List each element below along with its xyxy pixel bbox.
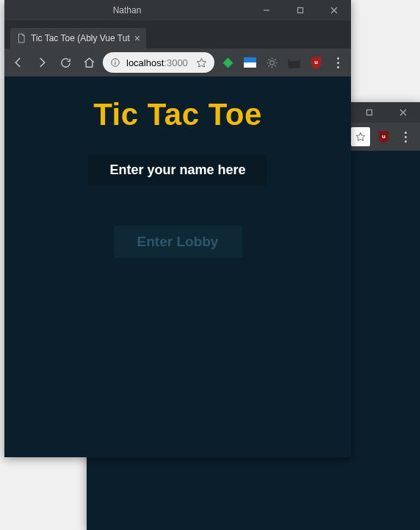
browser-tab[interactable]: Tic Tac Toe (Ably Vue Tut × [10,28,146,49]
foreground-browser-window: Nathan Tic Tac Toe (Ably Vue Tut × local… [4,0,351,457]
minimize-button[interactable] [250,0,283,21]
url-port: :3000 [164,57,188,68]
ublock-icon[interactable]: u [374,128,392,146]
svg-point-11 [115,60,115,60]
bookmark-star-icon[interactable] [196,57,207,68]
ublock-icon[interactable]: u [307,54,325,71]
cat-icon [287,57,301,68]
page-body: Tic Tac Toe Enter Lobby [4,76,351,457]
svg-point-15 [269,60,274,65]
address-bar[interactable]: localhost:3000 [103,52,214,73]
tab-strip: Tic Tac Toe (Ably Vue Tut × [4,21,351,49]
star-icon [355,132,366,142]
page-title: Tic Tac Toe [93,97,262,132]
svg-rect-6 [298,8,303,13]
svg-rect-13 [244,57,256,62]
svg-rect-1 [367,110,372,115]
extension-icon-4[interactable] [285,54,303,71]
browser-menu-button[interactable] [397,132,414,143]
svg-rect-12 [222,57,233,68]
enter-lobby-button[interactable]: Enter Lobby [114,226,242,258]
page-icon [16,33,26,43]
window-titlebar: Nathan [4,0,351,21]
tab-title: Tic Tac Toe (Ably Vue Tut [31,33,130,43]
svg-line-20 [268,59,269,60]
forward-button[interactable] [32,53,51,72]
player-name-input[interactable] [88,154,267,185]
extension-icon-2[interactable] [241,54,258,71]
svg-line-22 [268,65,269,66]
close-icon [330,7,338,14]
arrow-left-icon [12,56,25,69]
url-host: localhost [126,57,164,68]
svg-line-23 [275,59,275,60]
reload-button[interactable] [56,53,75,72]
home-button[interactable] [79,53,98,72]
browser-menu-button[interactable] [329,57,347,68]
close-window-button[interactable] [386,102,420,123]
svg-rect-14 [244,62,256,68]
tab-close-button[interactable]: × [134,33,140,43]
address-bar[interactable] [351,127,370,146]
maximize-icon [297,7,304,14]
svg-line-21 [275,65,275,66]
close-window-button[interactable] [317,0,351,21]
browser-toolbar: localhost:3000 u [4,49,351,76]
flag-icon [244,57,256,68]
svg-text:u: u [314,59,318,65]
maximize-button[interactable] [352,102,386,123]
reload-icon [59,57,72,69]
maximize-icon [366,109,373,116]
home-icon [83,57,95,69]
maximize-button[interactable] [283,0,317,21]
close-icon [399,109,407,116]
minimize-icon [263,7,270,14]
diamond-icon [222,57,234,69]
site-info-icon[interactable] [110,57,120,68]
url-text: localhost:3000 [126,57,188,68]
gear-icon [266,57,278,69]
extension-icon-1[interactable] [219,54,236,71]
arrow-right-icon [35,56,48,69]
extension-icon-3[interactable] [263,54,280,71]
svg-text:u: u [382,133,385,140]
back-button[interactable] [9,53,28,72]
window-profile-name: Nathan [4,5,250,15]
